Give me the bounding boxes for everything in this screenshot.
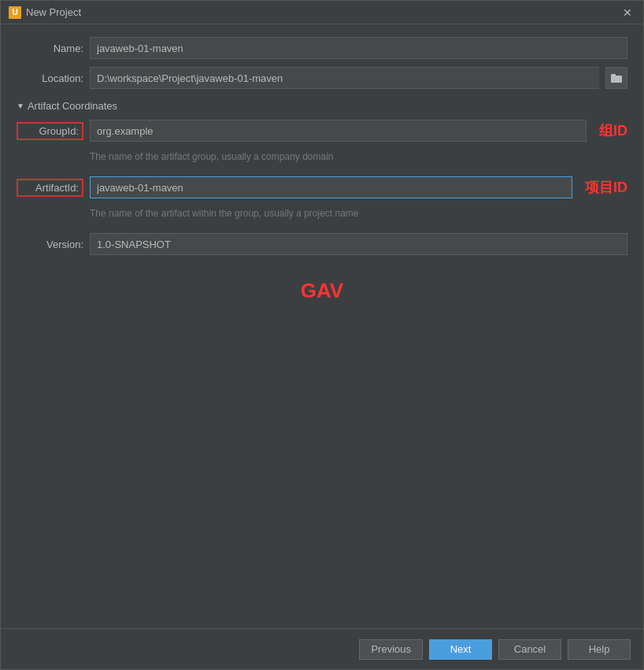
help-button[interactable]: Help [568,639,631,660]
location-input[interactable] [90,67,599,89]
version-label: Version: [17,239,83,250]
artifact-section-header: ▼ Artifact Coordinates [17,100,627,112]
groupid-hint: The name of the artifact group, usually … [90,151,627,162]
artifactid-input[interactable] [90,176,572,198]
dialog-content: Name: Location: ▼ Artifact Coordinates G… [1,24,643,628]
collapse-arrow-icon[interactable]: ▼ [17,102,24,110]
artifactid-annotation: 项目ID [585,178,627,197]
name-input[interactable] [90,37,627,59]
groupid-input[interactable] [90,120,587,142]
next-button[interactable]: Next [429,639,492,660]
location-row: Location: [17,67,627,89]
groupid-label: GroupId: [17,122,83,140]
groupid-annotation: 组ID [599,121,627,140]
name-row: Name: [17,37,627,59]
bottom-bar: Previous Next Cancel Help [1,628,643,669]
svg-rect-1 [611,74,616,77]
folder-icon [611,73,622,83]
title-bar: U New Project ✕ [1,1,643,24]
groupid-row: GroupId: 组ID [17,120,627,142]
name-label: Name: [17,43,83,54]
app-icon: U [9,6,21,19]
title-bar-left: U New Project [9,6,81,19]
new-project-dialog: U New Project ✕ Name: Location: ▼ [0,0,644,670]
location-label: Location: [17,72,83,84]
artifact-section-title: Artifact Coordinates [28,100,117,112]
dialog-title: New Project [26,6,81,18]
cancel-button[interactable]: Cancel [498,639,561,660]
previous-button[interactable]: Previous [359,639,423,660]
version-row: Version: [17,233,627,255]
artifactid-row: ArtifactId: 项目ID [17,176,627,198]
artifactid-hint: The name of the artifact within the grou… [90,208,627,219]
version-input[interactable] [90,233,627,255]
browse-folder-button[interactable] [605,67,627,89]
artifactid-label: ArtifactId: [17,179,83,197]
gav-annotation: GAV [17,279,627,303]
close-button[interactable]: ✕ [620,6,635,20]
